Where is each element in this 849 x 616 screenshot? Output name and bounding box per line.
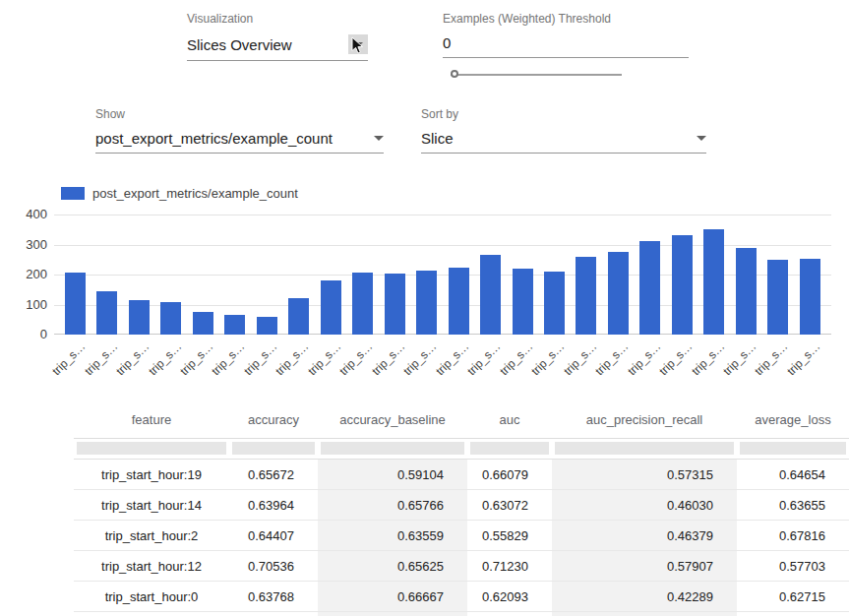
metric-cell: 0.65766	[318, 490, 467, 521]
x-axis-label: trip_s…	[146, 339, 184, 378]
chart-bar[interactable]	[160, 302, 181, 335]
x-axis-label-slot: trip_s…	[607, 338, 629, 385]
visualization-dropdown[interactable]: Slices Overview	[187, 29, 368, 61]
table-row[interactable]: trip_start_hour:00.637680.666670.620930.…	[74, 582, 849, 612]
chart-bar-slot	[192, 215, 213, 335]
column-filter-input[interactable]	[555, 442, 734, 455]
chart-bar[interactable]	[257, 317, 277, 335]
metric-cell: 0.66667	[318, 582, 467, 612]
chart-bar[interactable]	[385, 274, 405, 335]
slider-track[interactable]	[451, 74, 622, 76]
column-filter-input[interactable]	[740, 442, 846, 455]
x-axis-label: trip_s…	[113, 339, 152, 378]
x-axis-label: trip_s…	[561, 339, 599, 378]
chart-bar[interactable]	[480, 255, 501, 335]
chart-bar-slot	[544, 215, 566, 335]
column-filter-input[interactable]	[470, 442, 549, 455]
chart-bar[interactable]	[193, 312, 213, 335]
chart-bar[interactable]	[703, 229, 724, 335]
chart-bar[interactable]	[736, 248, 757, 335]
metric-cell: 0.63768	[229, 582, 318, 612]
threshold-input[interactable]: 0	[443, 29, 689, 58]
table-row[interactable]: trip_start_hour:20.644070.635590.558290.…	[74, 521, 849, 551]
x-axis-label: trip_s…	[336, 339, 375, 378]
x-axis-label: trip_s…	[497, 339, 535, 378]
x-axis-label: trip_s…	[273, 339, 312, 378]
x-axis-label-slot: trip_s…	[767, 338, 789, 385]
x-axis-label: trip_s…	[369, 339, 407, 378]
chart-bar[interactable]	[800, 259, 820, 335]
table-row[interactable]: trip_start_hour:190.656720.591040.660790…	[74, 460, 849, 490]
table-header-row: featureaccuracyaccuracy_baselineaucauc_p…	[74, 400, 849, 439]
column-header-accuracy_baseline[interactable]: accuracy_baseline	[318, 400, 467, 439]
chart-bar-slot	[224, 215, 246, 335]
chart-bar-slot	[703, 215, 725, 335]
filter-cell	[229, 439, 318, 460]
chart-bar[interactable]	[513, 269, 533, 335]
chart-bar[interactable]	[544, 272, 565, 335]
chart-bar[interactable]	[96, 291, 117, 335]
show-label: Show	[95, 107, 384, 121]
metric-cell: 0.63072	[467, 490, 552, 521]
chart-bar[interactable]	[288, 298, 309, 335]
show-value: post_export_metrics/example_count	[95, 130, 333, 147]
chart-bar-slot	[96, 215, 118, 335]
filter-cell	[552, 439, 737, 460]
chart-bar-slot	[128, 215, 150, 335]
metric-cell: 0.62093	[467, 582, 552, 612]
column-filter-input[interactable]	[232, 442, 315, 455]
chart-bar[interactable]	[416, 271, 437, 335]
chart-bar[interactable]	[672, 235, 693, 335]
chart-bar[interactable]	[129, 300, 150, 335]
x-axis-label: trip_s…	[656, 339, 695, 378]
chart-legend: post_export_metrics/example_count	[61, 186, 298, 201]
table-row[interactable]: trip_start_hour:140.639640.657660.630720…	[74, 490, 849, 521]
chart-bar[interactable]	[767, 260, 788, 335]
y-axis-tick-label: 200	[26, 267, 47, 281]
show-dropdown[interactable]: post_export_metrics/example_count	[95, 124, 384, 154]
y-axis-tick-label: 300	[26, 237, 47, 252]
feature-cell: trip_start_hour:2	[74, 521, 229, 551]
chart-bar[interactable]	[224, 315, 245, 335]
show-field: Show post_export_metrics/example_count	[95, 107, 384, 154]
table-row[interactable]: trip_start_hour:230.660160.648440.583370…	[74, 612, 849, 616]
column-header-average_loss[interactable]: average_loss	[737, 400, 849, 439]
chart-bar-slot	[352, 215, 374, 335]
column-header-auc[interactable]: auc	[467, 400, 552, 439]
sort-by-dropdown[interactable]: Slice	[421, 124, 706, 154]
chart-bar[interactable]	[608, 252, 629, 335]
chart-bar[interactable]	[65, 273, 86, 335]
column-header-feature[interactable]: feature	[74, 400, 229, 439]
chart-bar[interactable]	[352, 273, 373, 335]
feature-cell: trip_start_hour:23	[74, 612, 229, 616]
chart-bar-slot	[256, 215, 277, 335]
column-header-auc_precision_recall[interactable]: auc_precision_recall	[552, 400, 737, 439]
x-axis-label-slot: trip_s…	[256, 338, 277, 385]
x-axis-label-slot: trip_s…	[703, 338, 725, 385]
column-header-accuracy[interactable]: accuracy	[229, 400, 318, 439]
filter-cell	[318, 439, 467, 460]
table-row[interactable]: trip_start_hour:120.705360.656250.712300…	[74, 551, 849, 582]
x-axis-label-slot: trip_s…	[224, 338, 246, 385]
x-axis-label-slot: trip_s…	[799, 338, 820, 385]
metric-cell: 0.64844	[318, 612, 467, 616]
chart-bar[interactable]	[639, 241, 660, 335]
threshold-slider[interactable]	[451, 68, 622, 82]
legend-swatch	[61, 187, 85, 200]
sort-by-label: Sort by	[421, 107, 706, 121]
chart-bar-slot	[671, 215, 693, 335]
x-axis-label-slot: trip_s…	[544, 338, 566, 385]
slider-thumb[interactable]	[451, 70, 458, 78]
metric-cell: 0.63964	[229, 490, 318, 521]
metric-cell: 0.42289	[552, 582, 737, 612]
chart-bar[interactable]	[321, 280, 341, 335]
chart-bar-slot	[160, 215, 182, 335]
column-filter-input[interactable]	[321, 442, 464, 455]
chart-bar-slot	[288, 215, 310, 335]
column-filter-input[interactable]	[77, 442, 226, 455]
x-axis-label-slot: trip_s…	[320, 338, 341, 385]
chart-bar[interactable]	[576, 257, 596, 335]
chart-bar[interactable]	[449, 268, 469, 335]
x-axis-label: trip_s…	[82, 339, 120, 378]
visualization-value: Slices Overview	[187, 36, 292, 53]
